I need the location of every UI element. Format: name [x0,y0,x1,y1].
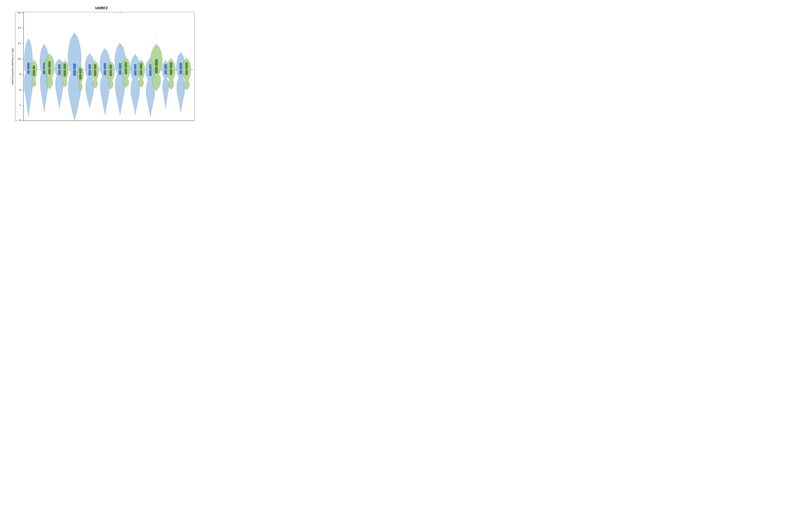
svg-point-89 [135,54,136,55]
svg-point-111 [165,61,165,62]
svg-point-105 [156,45,156,46]
y-tick-6: 6 [19,119,21,121]
svg-point-106 [156,90,157,91]
svg-rect-71 [110,65,112,76]
svg-point-51 [80,65,81,65]
svg-point-114 [165,85,166,86]
svg-point-75 [111,88,111,89]
svg-point-101 [150,115,151,116]
svg-rect-60 [94,64,96,76]
svg-point-47 [74,36,75,37]
y-tick-12: 12 [18,26,21,29]
svg-point-117 [171,57,171,58]
svg-point-54 [80,92,81,92]
svg-point-48 [74,90,75,91]
svg-rect-17 [33,65,35,76]
svg-rect-37 [64,64,66,76]
svg-point-86 [125,87,126,87]
svg-rect-11 [27,63,30,74]
svg-point-36 [59,107,60,108]
svg-point-118 [170,59,171,59]
svg-point-45 [74,33,75,34]
svg-point-119 [171,89,171,89]
svg-point-129 [186,89,187,90]
svg-point-31 [50,88,50,89]
svg-point-29 [49,53,50,53]
svg-point-34 [59,59,60,60]
chart-container: UHRF2 mRNA Expression (RNASeq V2, log2) … [8,6,195,121]
violin-blca-tumor [24,39,33,116]
svg-point-90 [135,56,135,56]
svg-point-96 [141,87,141,87]
y-tick-13: 13 [18,12,21,14]
svg-point-79 [119,43,120,44]
y-axis-label: mRNA Expression (RNASeq V2, log2) [8,12,15,121]
svg-point-95 [140,60,141,61]
svg-point-23 [44,45,45,45]
svg-point-59 [90,74,90,75]
svg-point-24 [44,47,44,47]
svg-point-107 [156,36,157,36]
svg-rect-65 [104,63,106,75]
violin-prad-normal [151,36,162,91]
svg-point-80 [120,45,120,46]
svg-point-128 [186,59,187,59]
svg-point-15 [29,44,29,44]
svg-point-74 [110,61,110,62]
y-tick-7: 7 [19,104,21,107]
svg-point-26 [44,91,44,91]
svg-point-124 [181,111,182,112]
violin-brca-normal [45,53,54,89]
svg-point-41 [65,87,65,87]
svg-point-112 [165,108,166,109]
svg-point-16 [28,115,29,116]
y-tick-10: 10 [18,57,21,60]
svg-point-42 [64,89,65,89]
svg-point-122 [180,52,181,53]
y-tick-11: 11 [18,42,21,45]
svg-rect-27 [48,61,51,74]
chart-title: UHRF2 [95,6,108,10]
svg-point-84 [125,56,126,57]
svg-point-62 [95,59,96,60]
svg-point-53 [80,90,81,91]
svg-point-68 [104,50,105,51]
svg-point-19 [34,59,34,60]
svg-point-46 [74,35,74,35]
violin-lusc-tumor [131,54,140,114]
svg-rect-76 [119,63,121,75]
svg-rect-125 [186,62,188,75]
svg-point-14 [28,42,28,42]
svg-point-91 [135,113,136,114]
svg-point-110 [165,60,166,61]
svg-rect-120 [180,63,182,74]
svg-point-64 [95,88,95,88]
svg-point-52 [80,66,80,66]
svg-point-70 [105,93,105,93]
svg-point-39 [64,59,65,60]
svg-point-69 [105,113,106,114]
svg-point-81 [119,114,120,114]
svg-rect-108 [164,64,167,74]
svg-point-35 [59,60,59,61]
svg-point-67 [105,49,105,49]
svg-point-13 [28,39,29,40]
svg-point-30 [49,54,49,54]
svg-point-73 [110,60,111,61]
svg-point-78 [119,12,120,13]
svg-point-85 [125,58,126,58]
svg-point-40 [64,60,65,61]
svg-point-58 [89,55,90,56]
svg-point-113 [165,100,165,100]
svg-point-104 [156,43,157,44]
svg-point-57 [89,54,90,54]
svg-point-63 [94,61,95,61]
plot-region: 13 12 11 10 9 8 7 6 [15,12,195,121]
svg-point-25 [44,111,45,112]
violin-kich-tumor [85,54,94,108]
violin-ucec-tumor [176,52,185,112]
svg-point-127 [186,57,187,58]
y-tick-8: 8 [19,88,21,91]
chart-area: 13 12 11 10 9 8 7 6 [15,12,195,121]
plot-svg: 13 12 11 10 9 8 7 6 [15,12,194,121]
